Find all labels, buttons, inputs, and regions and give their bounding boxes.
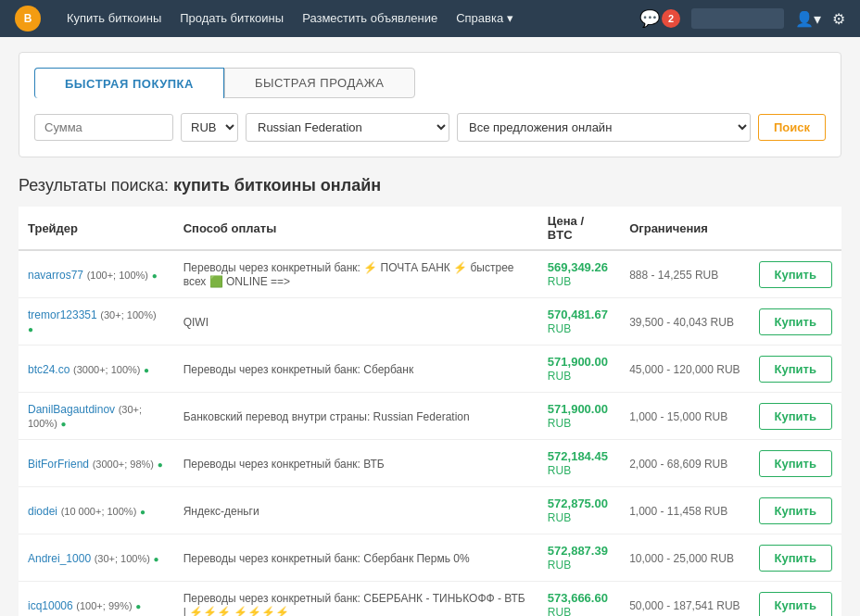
buy-button[interactable]: Купить	[759, 356, 832, 383]
tab-quick-sell[interactable]: БЫСТРАЯ ПРОДАЖА	[224, 68, 415, 98]
trader-link[interactable]: icq10006	[28, 599, 73, 612]
trader-link[interactable]: navarros77	[28, 269, 83, 282]
trader-rating: (100+; 99%)	[76, 600, 132, 611]
price-cell: 572,887.39 RUB	[538, 534, 620, 582]
limit-cell: 1,000 - 11,458 RUB	[620, 487, 749, 534]
trader-link[interactable]: DanilBagautdinov	[28, 403, 115, 416]
user-search-input[interactable]	[691, 8, 784, 29]
message-wrapper[interactable]: 💬 2	[639, 8, 680, 29]
method-cell: QIWI	[174, 298, 538, 346]
buy-button[interactable]: Купить	[759, 261, 832, 288]
price-cell: 570,481.67 RUB	[538, 298, 620, 346]
limit-value: 45,000 - 120,000 RUB	[629, 363, 740, 376]
action-cell: Купить	[750, 534, 841, 582]
currency-select[interactable]: RUB	[181, 113, 238, 142]
table-row: navarros77 (100+; 100%) ● Переводы через…	[19, 250, 841, 298]
main-content: БЫСТРАЯ ПОКУПКА БЫСТРАЯ ПРОДАЖА RUB Russ…	[0, 37, 860, 616]
country-select[interactable]: Russian Federation	[246, 113, 449, 142]
trader-link[interactable]: btc24.co	[28, 363, 70, 376]
price-cell: 571,900.00 RUB	[538, 393, 620, 440]
search-button[interactable]: Поиск	[758, 114, 826, 141]
trader-link[interactable]: Andrei_1000	[28, 552, 91, 565]
results-title: Результаты поиска: купить биткоины онлай…	[19, 176, 841, 195]
online-dot: ●	[144, 365, 149, 375]
trader-link[interactable]: BitForFriend	[28, 458, 89, 471]
price-currency: RUB	[548, 559, 571, 572]
price-value: 572,875.00	[548, 497, 608, 510]
buy-button[interactable]: Купить	[759, 545, 832, 572]
trader-cell: diodei (10 000+; 100%) ●	[19, 487, 174, 534]
method-text: QIWI	[183, 316, 209, 329]
trader-rating: (10 000+; 100%)	[61, 506, 137, 517]
table-row: btc24.co (3000+; 100%) ● Переводы через …	[19, 346, 841, 393]
online-dot: ●	[135, 601, 141, 611]
price-currency: RUB	[548, 511, 571, 524]
method-cell: Переводы через конкретный банк: ⚡ ПОЧТА …	[174, 250, 538, 298]
col-price: Цена / BTC	[538, 207, 620, 250]
nav-sell-bitcoin[interactable]: Продать биткоины	[172, 0, 291, 37]
limit-value: 1,000 - 15,000 RUB	[629, 410, 727, 423]
settings-icon[interactable]: ⚙	[832, 10, 845, 28]
price-value: 572,887.39	[548, 544, 608, 558]
offer-select[interactable]: Все предложения онлайн	[457, 113, 751, 142]
limit-value: 1,000 - 11,458 RUB	[629, 505, 727, 518]
price-currency: RUB	[548, 322, 571, 335]
method-cell: Переводы через конкретный банк: ВТБ	[174, 440, 538, 487]
online-dot: ●	[28, 324, 33, 334]
price-currency: RUB	[548, 606, 571, 616]
method-cell: Переводы через конкретный банк: СБЕРБАНК…	[174, 582, 538, 617]
trader-cell: tremor123351 (30+; 100%) ●	[19, 298, 174, 346]
col-limit: Ограничения	[620, 207, 749, 250]
buy-button[interactable]: Купить	[759, 403, 832, 430]
table-header-row: Трейдер Способ оплаты Цена / BTC Огранич…	[19, 207, 841, 250]
trader-link[interactable]: diodei	[28, 505, 57, 518]
price-value: 571,900.00	[548, 355, 608, 369]
limit-cell: 50,000 - 187,541 RUB	[620, 582, 749, 617]
table-row: Andrei_1000 (30+; 100%) ● Переводы через…	[19, 534, 841, 582]
trader-rating: (3000+; 98%)	[93, 459, 154, 470]
action-cell: Купить	[750, 393, 841, 440]
limit-cell: 1,000 - 15,000 RUB	[620, 393, 749, 440]
price-cell: 573,666.60 RUB	[538, 582, 620, 617]
tab-quick-buy[interactable]: БЫСТРАЯ ПОКУПКА	[34, 68, 224, 98]
buy-button[interactable]: Купить	[759, 497, 832, 524]
trader-cell: BitForFriend (3000+; 98%) ●	[19, 440, 174, 487]
col-action	[750, 207, 841, 250]
limit-value: 888 - 14,255 RUB	[629, 269, 718, 282]
method-text: Яндекс-деньги	[183, 505, 259, 518]
online-dot: ●	[60, 419, 66, 429]
action-cell: Купить	[750, 582, 841, 617]
price-cell: 572,184.45 RUB	[538, 440, 620, 487]
price-value: 569,349.26	[548, 260, 608, 274]
logo-icon: B	[15, 6, 41, 31]
table-row: icq10006 (100+; 99%) ● Переводы через ко…	[19, 582, 841, 617]
user-icon[interactable]: 👤▾	[795, 10, 821, 28]
price-cell: 571,900.00 RUB	[538, 346, 620, 393]
action-cell: Купить	[750, 440, 841, 487]
trader-rating: (100+; 100%)	[87, 270, 148, 281]
tab-row: БЫСТРАЯ ПОКУПКА БЫСТРАЯ ПРОДАЖА	[34, 68, 826, 98]
trader-link[interactable]: tremor123351	[28, 308, 97, 321]
price-currency: RUB	[548, 370, 571, 383]
amount-input[interactable]	[34, 114, 173, 141]
method-text: Банковский перевод внутри страны: Russia…	[183, 410, 470, 423]
limit-cell: 888 - 14,255 RUB	[620, 250, 749, 298]
method-text: Переводы через конкретный банк: ⚡ ПОЧТА …	[183, 261, 514, 288]
buy-button[interactable]: Купить	[759, 592, 832, 617]
price-value: 572,184.45	[548, 449, 608, 463]
method-text: Переводы через конкретный банк: Сбербанк	[183, 363, 414, 376]
buy-button[interactable]: Купить	[759, 450, 832, 477]
trader-cell: icq10006 (100+; 99%) ●	[19, 582, 174, 617]
buy-button[interactable]: Купить	[759, 308, 832, 335]
price-value: 573,666.60	[548, 591, 608, 605]
header: B Купить биткоины Продать биткоины Разме…	[0, 0, 860, 37]
nav-buy-bitcoin[interactable]: Купить биткоины	[59, 0, 169, 37]
price-value: 571,900.00	[548, 402, 608, 416]
action-cell: Купить	[750, 346, 841, 393]
nav-help[interactable]: Справка ▾	[449, 0, 521, 37]
nav-place-ad[interactable]: Разместить объявление	[295, 0, 445, 37]
trader-rating: (3000+; 100%)	[73, 364, 140, 375]
method-text: Переводы через конкретный банк: Сбербанк…	[183, 552, 470, 565]
method-text: Переводы через конкретный банк: СБЕРБАНК…	[183, 592, 525, 616]
col-trader: Трейдер	[19, 207, 174, 250]
